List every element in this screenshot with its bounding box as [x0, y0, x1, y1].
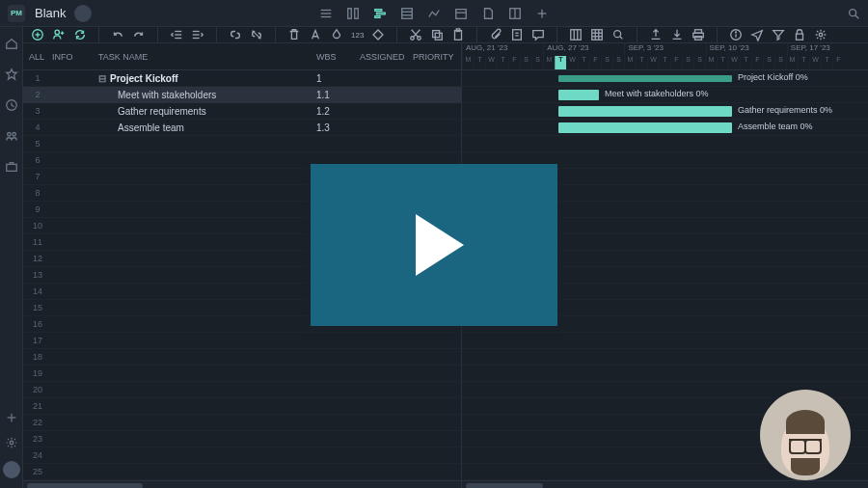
print-icon[interactable] — [692, 28, 705, 41]
gantt-row[interactable] — [462, 349, 868, 366]
undo-icon[interactable] — [111, 28, 124, 41]
empty-row[interactable]: 5 — [23, 136, 461, 152]
gantt-bar[interactable] — [558, 106, 732, 117]
gantt-view-icon[interactable] — [373, 7, 387, 20]
grid-icon[interactable] — [590, 28, 604, 41]
svg-rect-11 — [456, 9, 467, 18]
gantt-bar-label: Meet with stakeholders 0% — [605, 89, 709, 98]
task-row[interactable]: 3Gather requirements1.2 — [23, 103, 461, 120]
task-row[interactable]: 1⊟Project Kickoff1 — [23, 70, 461, 87]
empty-row[interactable]: 25 — [23, 464, 461, 480]
columns-icon[interactable] — [569, 28, 583, 41]
unlink-icon[interactable] — [250, 28, 263, 41]
gantt-bar[interactable] — [558, 122, 732, 133]
sheet-view-icon[interactable] — [400, 7, 414, 20]
gear-icon[interactable] — [814, 28, 827, 41]
clock-icon[interactable] — [5, 98, 18, 112]
day-label: F — [670, 56, 682, 69]
star-icon[interactable] — [5, 68, 18, 81]
svg-line-18 — [855, 14, 859, 18]
day-label: W — [647, 56, 659, 69]
export-icon[interactable] — [649, 28, 663, 41]
copy-icon[interactable] — [430, 28, 444, 41]
home-icon[interactable] — [5, 37, 18, 50]
color-icon[interactable] — [330, 28, 343, 41]
search-icon[interactable] — [847, 7, 860, 20]
col-name[interactable]: TASK NAME — [91, 52, 316, 62]
info-icon[interactable] — [729, 28, 743, 41]
add-icon[interactable] — [5, 411, 18, 424]
list-view-icon[interactable] — [319, 7, 333, 20]
empty-row[interactable]: 18 — [23, 349, 461, 366]
gantt-row[interactable] — [462, 333, 868, 349]
text-format-icon[interactable] — [309, 28, 322, 41]
outdent-icon[interactable] — [170, 28, 183, 41]
project-avatar[interactable] — [74, 5, 92, 22]
day-label: M — [543, 56, 555, 69]
gantt-row[interactable]: Assemble team 0% — [462, 120, 868, 136]
user-avatar[interactable] — [3, 461, 20, 478]
svg-rect-6 — [377, 13, 386, 14]
gantt-bar[interactable] — [558, 75, 732, 82]
empty-row[interactable]: 24 — [23, 447, 461, 464]
empty-row[interactable]: 20 — [23, 382, 461, 398]
project-title[interactable]: Blank — [35, 6, 67, 20]
task-row[interactable]: 2Meet with stakeholders1.1 — [23, 87, 461, 103]
gantt-bar[interactable] — [558, 90, 599, 100]
board-view-icon[interactable] — [346, 7, 360, 20]
week-label: AUG, 21 '23 — [462, 43, 543, 56]
link-icon[interactable] — [229, 28, 242, 41]
comment-icon[interactable] — [531, 28, 545, 41]
gantt-row[interactable]: Gather requirements 0% — [462, 103, 868, 120]
paste-icon[interactable] — [451, 28, 465, 41]
gantt-row[interactable] — [462, 366, 868, 382]
app-logo[interactable]: PM — [8, 5, 25, 22]
calendar-view-icon[interactable] — [454, 7, 468, 20]
col-assigned[interactable]: ASSIGNED — [360, 52, 413, 62]
trash-icon[interactable] — [287, 28, 301, 41]
empty-row[interactable]: 23 — [23, 431, 461, 447]
filter-icon[interactable] — [772, 28, 785, 41]
empty-row[interactable]: 21 — [23, 398, 461, 415]
workload-view-icon[interactable] — [427, 7, 441, 20]
empty-row[interactable]: 17 — [23, 333, 461, 349]
gantt-scrollbar[interactable] — [462, 480, 868, 488]
day-label: W — [566, 56, 578, 69]
add-task-icon[interactable] — [31, 28, 44, 41]
empty-row[interactable]: 19 — [23, 366, 461, 382]
cut-icon[interactable] — [409, 28, 422, 41]
refresh-icon[interactable] — [73, 28, 87, 41]
attach-icon[interactable] — [489, 28, 502, 41]
add-user-icon[interactable] — [52, 28, 66, 41]
column-headers: ALL INFO TASK NAME WBS ASSIGNED PRIORITY — [23, 43, 461, 70]
lock-icon[interactable] — [793, 28, 806, 41]
diamond-icon[interactable] — [371, 28, 385, 41]
col-wbs[interactable]: WBS — [316, 52, 360, 62]
add-view-icon[interactable] — [535, 7, 549, 20]
video-play-overlay[interactable] — [311, 164, 557, 326]
gantt-row[interactable]: Meet with stakeholders 0% — [462, 87, 868, 103]
week-label: SEP, 17 '23 — [787, 43, 868, 56]
gantt-row[interactable]: Project Kickoff 0% — [462, 70, 868, 87]
empty-row[interactable]: 22 — [23, 415, 461, 431]
import-icon[interactable] — [670, 28, 684, 41]
send-icon[interactable] — [750, 28, 764, 41]
people-icon[interactable] — [5, 129, 18, 143]
briefcase-icon[interactable] — [5, 160, 18, 174]
zoom-icon[interactable] — [611, 28, 625, 41]
col-all[interactable]: ALL — [23, 52, 52, 62]
redo-icon[interactable] — [132, 28, 146, 41]
file-view-icon[interactable] — [481, 7, 495, 20]
note-icon[interactable] — [510, 28, 524, 41]
task-row[interactable]: 4Assemble team1.3 — [23, 120, 461, 136]
col-info[interactable]: INFO — [52, 52, 91, 62]
task-scrollbar[interactable] — [23, 480, 461, 488]
indent-icon[interactable] — [191, 28, 204, 41]
col-priority[interactable]: PRIORITY — [413, 52, 461, 62]
panel-view-icon[interactable] — [508, 7, 522, 20]
number-label[interactable]: 123 — [351, 28, 364, 41]
settings-icon[interactable] — [5, 436, 18, 449]
svg-point-17 — [850, 9, 856, 15]
gantt-row[interactable] — [462, 136, 868, 152]
play-icon — [416, 214, 464, 276]
